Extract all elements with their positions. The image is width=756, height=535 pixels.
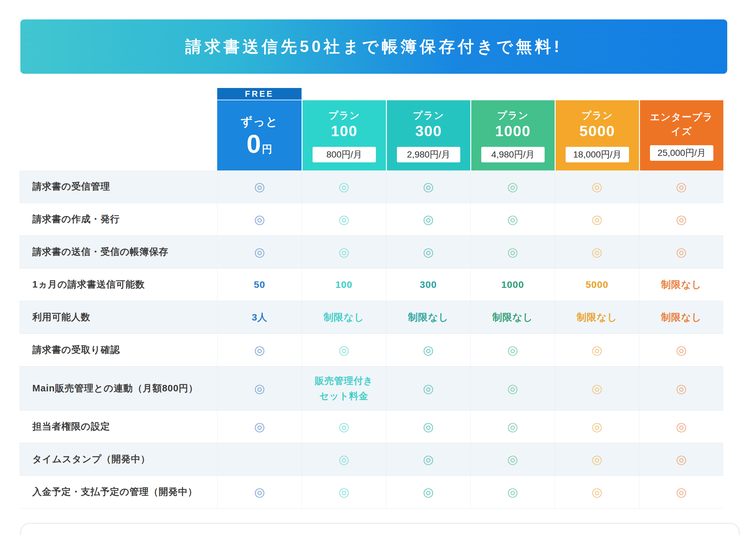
feature-cell-plan1000: ◎ bbox=[470, 410, 554, 443]
availability-mark: ◎ bbox=[254, 420, 265, 433]
feature-cell-plan5000: ◎ bbox=[554, 443, 639, 475]
feature-cell-plan300: ◎ bbox=[386, 203, 470, 236]
feature-row: 請求書の受取り確認◎◎◎◎◎◎ bbox=[19, 334, 723, 366]
plan-column-header-free: FREEずっと0円 bbox=[217, 88, 302, 170]
plan-header-block: プラン10004,980円/月 bbox=[471, 100, 554, 170]
plan-header-block: プラン3002,980円/月 bbox=[387, 100, 470, 170]
availability-mark: ◎ bbox=[423, 246, 433, 258]
feature-cell-plan5000: ◎ bbox=[554, 170, 639, 203]
plan-price-pill: 2,980円/月 bbox=[397, 147, 460, 162]
plan-header-block: プラン100800円/月 bbox=[303, 100, 386, 170]
availability-mark: ◎ bbox=[338, 246, 349, 258]
feature-cell-free bbox=[217, 443, 302, 475]
feature-cell-plan300: ◎ bbox=[386, 334, 470, 366]
feature-label: 請求書の送信・受信の帳簿保存 bbox=[19, 236, 217, 268]
feature-value-line: セット料金 bbox=[315, 388, 373, 403]
feature-cell-plan5000: ◎ bbox=[554, 334, 639, 366]
availability-mark: ◎ bbox=[591, 453, 602, 465]
availability-mark: ◎ bbox=[676, 344, 687, 356]
feature-cell-free: ◎ bbox=[217, 366, 302, 410]
feature-cell-plan5000: 制限なし bbox=[554, 301, 639, 333]
feature-value: 制限なし bbox=[324, 311, 364, 324]
availability-mark: ◎ bbox=[591, 486, 602, 498]
availability-mark: ◎ bbox=[338, 453, 349, 465]
availability-mark: ◎ bbox=[676, 213, 687, 225]
feature-cell-plan1000: ◎ bbox=[470, 476, 554, 508]
feature-cell-enterprise: ◎ bbox=[639, 334, 723, 366]
price-unit: 円 bbox=[262, 142, 272, 156]
feature-cell-plan1000: ◎ bbox=[470, 334, 554, 366]
plan-price-pill: 25,000円/月 bbox=[650, 145, 713, 161]
feature-cell-plan5000: ◎ bbox=[554, 203, 639, 236]
availability-mark: ◎ bbox=[423, 453, 433, 465]
feature-cell-plan300: ◎ bbox=[386, 443, 470, 475]
feature-cell-enterprise: ◎ bbox=[639, 443, 723, 475]
availability-mark: ◎ bbox=[338, 213, 349, 225]
plan-subtitle: ずっと bbox=[240, 114, 278, 130]
availability-mark: ◎ bbox=[507, 453, 518, 465]
feature-cell-enterprise: 制限なし bbox=[639, 268, 723, 301]
availability-mark: ◎ bbox=[676, 382, 687, 395]
plan-name: プラン bbox=[581, 108, 613, 123]
feature-value: 1000 bbox=[501, 279, 524, 290]
feature-value: 300 bbox=[419, 279, 437, 290]
plan-column-header-plan5000: プラン500018,000円/月 bbox=[554, 88, 639, 170]
feature-row: 担当者権限の設定◎◎◎◎◎◎ bbox=[19, 410, 723, 443]
feature-cell-plan5000: ◎ bbox=[554, 236, 639, 268]
feature-cell-free: ◎ bbox=[217, 476, 302, 508]
feature-cell-plan5000: ◎ bbox=[554, 476, 639, 508]
availability-mark: ◎ bbox=[254, 246, 265, 258]
feature-cell-enterprise: ◎ bbox=[639, 366, 723, 410]
feature-cell-plan5000: ◎ bbox=[554, 366, 639, 410]
feature-cell-plan1000: ◎ bbox=[470, 443, 554, 475]
feature-label: 1ヵ月の請求書送信可能数 bbox=[19, 268, 217, 301]
feature-value: 5000 bbox=[586, 279, 608, 290]
feature-cell-enterprise: ◎ bbox=[639, 170, 723, 203]
feature-cell-free: 50 bbox=[217, 268, 302, 301]
plan-free-price: 0円 bbox=[247, 131, 273, 157]
availability-mark: ◎ bbox=[591, 246, 602, 258]
availability-mark: ◎ bbox=[676, 246, 687, 258]
tab-spacer bbox=[471, 88, 554, 100]
plan-price-pill: 4,980円/月 bbox=[481, 147, 545, 162]
plan-number: 100 bbox=[331, 123, 358, 140]
feature-cell-plan300: ◎ bbox=[386, 170, 470, 203]
plan-header-block: エンタープライズ25,000円/月 bbox=[640, 100, 723, 170]
availability-mark: ◎ bbox=[254, 486, 265, 498]
feature-cell-enterprise: ◎ bbox=[639, 476, 723, 508]
tab-spacer bbox=[303, 88, 386, 100]
feature-cell-plan100: ◎ bbox=[302, 334, 386, 366]
feature-cell-enterprise: 制限なし bbox=[639, 301, 723, 333]
availability-mark: ◎ bbox=[423, 420, 433, 433]
availability-mark: ◎ bbox=[507, 213, 518, 225]
feature-cell-plan300: ◎ bbox=[386, 410, 470, 443]
feature-label: 請求書の受信管理 bbox=[19, 170, 217, 203]
feature-value: 100 bbox=[335, 279, 352, 290]
plan-name: イズ bbox=[671, 124, 692, 138]
feature-row: 1ヵ月の請求書送信可能数5010030010005000制限なし bbox=[19, 268, 723, 301]
feature-value: 3人 bbox=[252, 311, 268, 324]
plan-column-header-enterprise: エンタープライズ25,000円/月 bbox=[639, 88, 723, 170]
availability-mark: ◎ bbox=[676, 453, 687, 465]
availability-mark: ◎ bbox=[591, 213, 602, 225]
feature-cell-plan100: ◎ bbox=[302, 170, 386, 203]
feature-cell-plan100: 販売管理付きセット料金 bbox=[302, 366, 386, 410]
feature-cell-plan1000: ◎ bbox=[470, 170, 554, 203]
feature-cell-enterprise: ◎ bbox=[639, 236, 723, 268]
feature-value: 制限なし bbox=[661, 311, 701, 324]
plan-header-block: ずっと0円 bbox=[217, 100, 302, 170]
feature-label: 担当者権限の設定 bbox=[19, 410, 217, 443]
feature-cell-free: ◎ bbox=[217, 170, 302, 203]
table-corner bbox=[19, 88, 217, 170]
plan-header-block: プラン500018,000円/月 bbox=[555, 100, 639, 170]
feature-row: 入金予定・支払予定の管理（開発中）◎◎◎◎◎◎ bbox=[19, 476, 723, 508]
feature-value: 制限なし bbox=[577, 311, 617, 324]
availability-mark: ◎ bbox=[507, 382, 518, 395]
plan-price-pill: 18,000円/月 bbox=[566, 147, 629, 162]
plan-column-header-plan100: プラン100800円/月 bbox=[302, 88, 386, 170]
plan-column-header-plan300: プラン3002,980円/月 bbox=[386, 88, 470, 170]
feature-cell-plan300: ◎ bbox=[386, 236, 470, 268]
feature-row: Main販売管理との連動（月額800円）◎販売管理付きセット料金◎◎◎◎ bbox=[19, 366, 723, 410]
feature-cell-plan1000: ◎ bbox=[470, 236, 554, 268]
availability-mark: ◎ bbox=[423, 344, 433, 356]
